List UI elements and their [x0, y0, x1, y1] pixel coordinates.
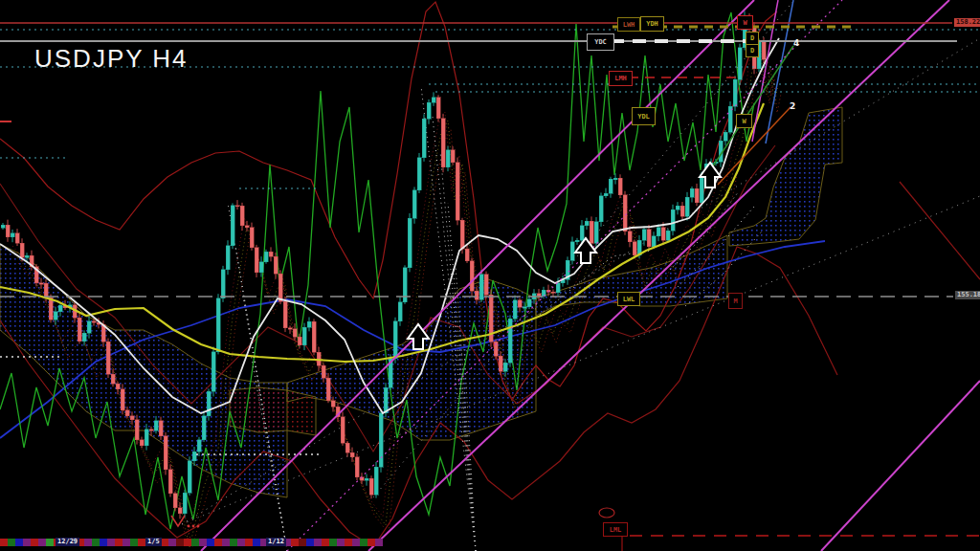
level-box-lwh: LWH: [617, 17, 640, 32]
timeline-block: [46, 539, 54, 546]
timeline-block: [306, 539, 314, 546]
timeline-block: [8, 539, 15, 546]
timeline-block: [23, 539, 31, 546]
price-axis-tag: 158.221: [954, 18, 980, 27]
timeline-block: [107, 539, 115, 546]
timeline-block: [191, 539, 199, 546]
timeline-block: [352, 539, 360, 546]
timeline-block: [84, 539, 92, 546]
timeline-block: [31, 539, 38, 546]
timeline-block: [329, 539, 337, 546]
level-box-ydc: YDC: [587, 33, 614, 51]
chart-canvas[interactable]: [0, 0, 980, 551]
level-box-d: D: [746, 32, 759, 45]
timeline-block: [161, 539, 168, 546]
chart-window: USDJPY H4 158.221155.184 LWHYDHYDCLMHYDL…: [0, 0, 980, 551]
timeline-block: [360, 539, 368, 546]
timeline-block: [368, 539, 375, 546]
timeline-block: [138, 539, 145, 546]
level-box-w: W: [737, 15, 753, 30]
timeline-block: [115, 539, 122, 546]
level-box-lmh: LMH: [609, 71, 633, 86]
level-box-lml: LML: [603, 522, 628, 537]
timeline-block: [222, 539, 230, 546]
level-box-lwl: LWL: [617, 292, 640, 306]
timeline-block: [0, 539, 8, 546]
timeline-block: [100, 539, 107, 546]
timeline-block: [176, 539, 184, 546]
timeline-block: [184, 539, 191, 546]
timeline-date: 1/12: [266, 538, 286, 546]
symbol-title: USDJPY H4: [34, 44, 189, 74]
timeline-block: [199, 539, 207, 546]
timeline-block: [345, 539, 352, 546]
timeline-block: [168, 539, 176, 546]
timeline-block: [207, 539, 214, 546]
count-annotation: 4: [793, 38, 799, 48]
timeline-block: [253, 539, 260, 546]
timeline-block: [92, 539, 100, 546]
level-box-ydl: YDL: [632, 107, 656, 125]
timeline-block: [299, 539, 306, 546]
timeline-block: [291, 539, 299, 546]
timeline-block: [237, 539, 245, 546]
timeline-block: [375, 539, 383, 546]
timeline-block: [15, 539, 23, 546]
timeline-block: [214, 539, 222, 546]
timeline-block: [322, 539, 329, 546]
count-annotation: 2: [790, 101, 795, 111]
timeline-block: [314, 539, 322, 546]
timeline-date: 12/29: [56, 538, 79, 546]
timeline-block: [130, 539, 138, 546]
timeline-date: 1/5: [145, 538, 162, 546]
level-box-m: M: [728, 293, 743, 309]
price-axis-tag: 155.184: [955, 291, 980, 299]
level-box-w: W: [736, 114, 752, 128]
timeline-block: [337, 539, 345, 546]
timeline-block: [245, 539, 253, 546]
background: [0, 0, 980, 551]
timeline-block: [230, 539, 237, 546]
level-box-ydh: YDH: [640, 16, 664, 32]
level-box-d: D: [746, 44, 759, 57]
timeline-block: [122, 539, 130, 546]
timeline-block: [38, 539, 46, 546]
